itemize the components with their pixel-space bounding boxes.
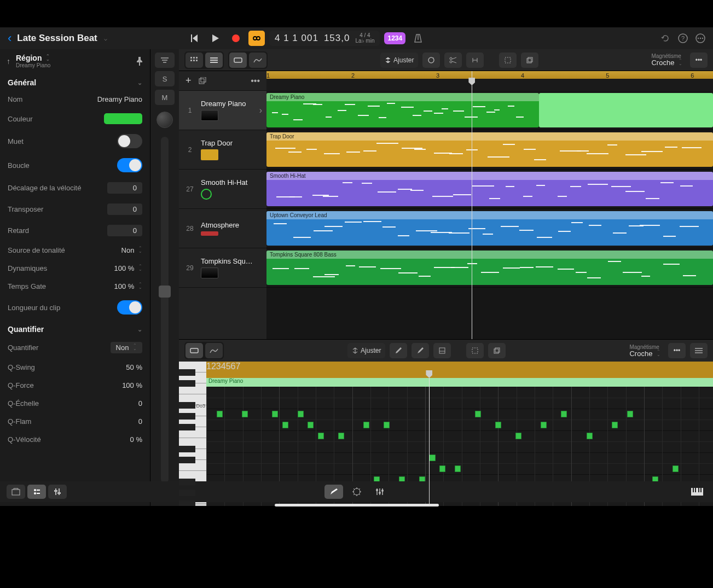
track-header[interactable]: 28 Atmosphere [179, 209, 266, 248]
region-row[interactable]: Dreamy Piano [266, 91, 713, 130]
track-header[interactable]: 29 Tompkins Squ… [179, 248, 266, 288]
color-swatch[interactable] [104, 113, 142, 124]
pencil-tool-button[interactable] [390, 343, 407, 358]
mixer-button[interactable] [370, 485, 389, 499]
lcd-display[interactable]: 4 1 1 001 153,0 4 / 4 La♭ min [269, 31, 380, 46]
fader-thumb[interactable] [159, 286, 171, 298]
midi-note[interactable] [338, 433, 344, 439]
add-track-button[interactable]: + [186, 75, 192, 86]
region[interactable]: Uptown Conveyor Lead [266, 211, 713, 246]
cycle-button[interactable] [248, 31, 265, 46]
midi-note[interactable] [587, 433, 593, 439]
qflam-value[interactable]: 0 [138, 417, 142, 426]
editor-adjust-button[interactable]: Ajuster [347, 343, 385, 358]
qforce-value[interactable]: 100 % [122, 381, 142, 389]
quantize-value[interactable]: Non ⌃⌄ [111, 342, 142, 353]
join-tool-button[interactable] [466, 53, 484, 68]
editor-more-button[interactable]: ••• [668, 343, 686, 358]
delay-value[interactable]: 0 [107, 225, 142, 236]
volume-fader[interactable] [161, 137, 169, 483]
midi-note[interactable] [363, 422, 369, 428]
qvelocity-value[interactable]: 0 % [130, 435, 142, 444]
region[interactable]: Dreamy Piano [266, 93, 539, 127]
count-in-button[interactable]: 1234 [384, 32, 405, 44]
go-to-start-button[interactable] [186, 31, 202, 46]
editor-ruler[interactable]: 1234567 [206, 362, 713, 378]
keyboard-button[interactable] [688, 485, 706, 499]
scissors-tool-button[interactable] [444, 53, 462, 68]
midi-note[interactable] [627, 411, 633, 417]
brush-tool-button[interactable] [411, 343, 429, 358]
more-button[interactable] [695, 33, 705, 43]
mixer-toggle-button[interactable] [48, 485, 67, 499]
editor-view-region-button[interactable] [186, 343, 203, 358]
project-menu-chevron-icon[interactable]: ⌵ [104, 36, 107, 42]
midi-note[interactable] [217, 411, 223, 417]
track-more-button[interactable]: ••• [251, 76, 260, 86]
qswing-value[interactable]: 50 % [126, 363, 142, 371]
editor-marquee-button[interactable] [466, 343, 484, 358]
pin-icon[interactable] [136, 57, 143, 66]
midi-note[interactable] [541, 422, 547, 428]
editor-view-automation-button[interactable] [205, 343, 223, 358]
loop-tool-button[interactable] [422, 53, 440, 68]
chevron-right-icon[interactable]: › [259, 106, 262, 115]
midi-note[interactable] [475, 411, 481, 417]
midi-note[interactable] [298, 411, 304, 417]
midi-note[interactable] [282, 422, 288, 428]
section-general[interactable]: Général⌄ [0, 73, 150, 90]
region[interactable]: Tompkins Square 808 Bass [266, 251, 713, 285]
track-header[interactable]: 1 Dreamy Piano › [179, 91, 266, 130]
inspector-title[interactable]: Région ⌃⌄ [16, 54, 130, 62]
midi-note[interactable] [515, 433, 521, 439]
playhead[interactable] [472, 71, 472, 339]
name-value[interactable]: Dreamy Piano [97, 95, 142, 103]
velocity-tool-button[interactable] [433, 343, 451, 358]
region-row[interactable]: Uptown Conveyor Lead [266, 209, 713, 248]
filter-button[interactable] [155, 53, 175, 68]
view-list-button[interactable] [205, 53, 223, 68]
metronome-button[interactable] [410, 31, 426, 46]
midi-note[interactable] [455, 465, 461, 472]
loop-toggle[interactable] [117, 158, 142, 172]
library-button[interactable] [7, 485, 25, 499]
track-header[interactable]: 27 Smooth Hi-Hat [179, 170, 266, 209]
midi-note[interactable] [561, 411, 567, 417]
toolbar-more-button[interactable]: ••• [690, 53, 708, 68]
view-grid-button[interactable] [186, 53, 203, 68]
midi-note[interactable] [429, 455, 435, 461]
smart-controls-button[interactable] [347, 485, 366, 499]
adjust-button[interactable]: Ajuster [380, 53, 418, 68]
inspector-up-icon[interactable]: ↑ [7, 57, 10, 66]
dynamics-value[interactable]: 100 % ⌃⌄ [114, 264, 143, 272]
play-button[interactable] [207, 31, 223, 46]
back-button[interactable]: ‹ [8, 31, 11, 45]
midi-note[interactable] [384, 422, 390, 428]
editor-copy-button[interactable] [488, 343, 506, 358]
region-row[interactable]: Trap Door [266, 130, 713, 170]
undo-button[interactable] [660, 33, 670, 43]
midi-note[interactable] [308, 422, 314, 428]
editor-toggle-button[interactable] [324, 485, 343, 499]
transpose-value[interactable]: 0 [107, 203, 142, 215]
midi-note[interactable] [242, 411, 248, 417]
arrange-ruler[interactable]: 123456 [266, 71, 713, 91]
midi-note[interactable] [439, 465, 445, 472]
track-header[interactable]: 2 Trap Door [179, 130, 266, 170]
editor-snap-selector[interactable]: Magnétisme Croche ⌃⌄ [629, 345, 660, 357]
editor-menu-button[interactable] [690, 343, 708, 358]
solo-button[interactable]: S [155, 71, 175, 86]
velocity-offset-value[interactable]: 0 [107, 182, 142, 194]
region[interactable]: Smooth Hi-Hat [266, 172, 713, 206]
key-source-value[interactable]: Non ⌃⌄ [121, 246, 142, 254]
section-quantize[interactable]: Quantifier⌄ [0, 319, 150, 337]
view-region-button[interactable] [229, 53, 247, 68]
editor-playhead[interactable] [429, 378, 430, 506]
pan-knob[interactable] [156, 112, 173, 128]
snap-selector[interactable]: Magnétisme Croche ⌃⌄ [651, 54, 682, 66]
marquee-tool-button[interactable] [499, 53, 517, 68]
duplicate-track-button[interactable] [198, 77, 207, 85]
mute-button[interactable]: M [155, 90, 175, 105]
inspector-toggle-button[interactable] [27, 485, 46, 499]
project-title[interactable]: Late Session Beat [17, 33, 97, 44]
